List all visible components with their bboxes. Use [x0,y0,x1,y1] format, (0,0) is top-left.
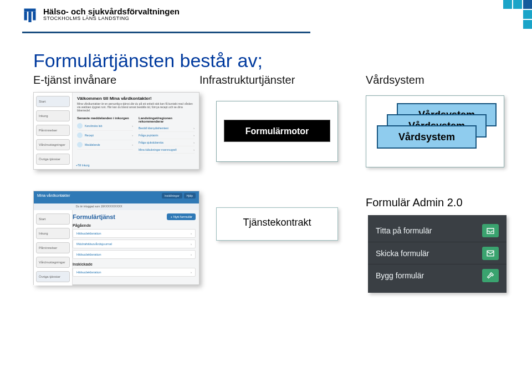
ft-help-button[interactable]: Hjälp [184,193,196,198]
chevron-right-icon: › [132,143,133,146]
tray-icon [482,224,499,237]
ft-sidebar-item[interactable]: Vårdmottagningar [36,257,70,268]
ft-topbar-logo: Mina vårdkontakter [37,194,70,197]
ft-sidebar-item[interactable]: Start [36,213,70,225]
mvk-link[interactable]: Recept› [77,131,133,140]
mvk-col2-heading: Landstinget/regionen rekommenderar [139,116,195,123]
chevron-right-icon: › [132,124,133,128]
admin-item-view[interactable]: Titta på formulär [368,220,507,242]
column-headers: E-tjänst invånare Infrastrukturtjänster … [33,74,510,86]
mvk-sidebar: Start Inkorg Påminnelser Vårdmottagninga… [34,93,73,169]
ft-login-status: Du är inloggad som 19XXXXXXXXXX [34,203,199,210]
ft-sidebar-item[interactable]: Övriga tjänster [36,271,70,282]
chevron-right-icon: › [193,134,195,137]
formularmotor-box: Formulärmotor [224,120,330,142]
formular-admin-panel: Titta på formulär Skicka formulär Bygg f… [368,215,507,293]
org-title: Hälso- och sjukvårdsförvaltningen [43,7,180,17]
ft-topbar: Mina vårdkontakter Inställningar Hjälp [34,191,199,203]
admin-item-label: Titta på formulär [376,226,432,235]
slide-title: Formulärtjänsten består av; [33,50,510,72]
svg-rect-0 [24,12,27,21]
admin-item-send[interactable]: Skicka formulär [368,242,507,264]
col-header-infra: Infrastrukturtjänster [200,74,366,86]
svg-rect-3 [28,12,31,22]
ft-sidebar-item[interactable]: Påminnelser [36,242,70,253]
mvk-col1-heading: Senaste meddelanden i inkorgen [77,116,133,120]
sll-logo-icon [22,7,38,22]
svg-rect-1 [33,12,35,21]
mvk-inbox-link[interactable]: +Till Inkorg [76,164,89,167]
ft-page-title: Formulärtjänst [73,213,115,220]
ft-new-form-button[interactable]: + Nytt formulär [167,213,196,220]
mvk-link[interactable]: Fråga psykiatrin› [139,132,195,139]
mvk-link[interactable]: Fråga sjuksköterska› [139,139,195,146]
chevron-right-icon: › [191,253,192,256]
chevron-right-icon: › [191,232,192,235]
chevron-right-icon: › [191,271,192,274]
ft-form-row[interactable]: Hälsodeklaration› [73,268,196,277]
ft-form-row[interactable]: Hälsodeklaration› [73,250,196,259]
chevron-right-icon: › [193,126,195,130]
mvk-intro: Mina vårdkontakter är en personlig e-tjä… [77,102,195,112]
mvk-heading: Välkommen till Mina vårdkontakter! [77,96,195,101]
mvk-sidebar-item[interactable]: Vårdmottagningar [36,139,70,150]
chevron-right-icon: › [132,134,133,137]
chevron-right-icon: › [193,141,195,144]
slide-header: Hälso- och sjukvårdsförvaltningen STOCKH… [0,0,532,33]
ft-sidebar-item[interactable]: Inkorg [36,228,70,239]
svg-rect-2 [24,9,36,12]
hammer-icon [482,269,499,282]
formular-admin-label: Formulär Admin 2.0 [366,196,463,209]
ft-section-ongoing: Pågående [73,223,196,227]
screenshot-formulartjanst: Mina vårdkontakter Inställningar Hjälp D… [33,191,200,285]
mvk-sidebar-item[interactable]: Övriga tjänster [36,154,70,165]
ft-sidebar: Start Inkorg Påminnelser Vårdmottagninga… [34,210,73,286]
mvk-link[interactable]: Karolinska lab› [77,121,133,131]
mvk-sidebar-item[interactable]: Start [36,96,70,107]
ft-form-row[interactable]: Mödrahälsovårdsjournal› [73,240,196,248]
mvk-sidebar-item[interactable]: Påminnelser [36,125,70,136]
mvk-link[interactable]: Mina tidbokningar mammografi› [139,146,195,154]
bubble-icon [77,142,83,147]
ft-settings-button[interactable]: Inställningar [162,193,182,198]
admin-item-build[interactable]: Bygg formulär [368,264,507,286]
mail-icon [482,247,499,260]
bubble-icon [77,123,83,129]
col-header-etjanst: E-tjänst invånare [33,74,200,86]
screenshot-mvk: Start Inkorg Påminnelser Vårdmottagninga… [33,92,200,170]
ft-form-row[interactable]: Hälsodeklaration› [73,229,196,238]
ft-section-submitted: Inskickade [73,262,196,266]
chevron-right-icon: › [191,242,192,246]
chevron-right-icon: › [193,148,195,151]
admin-item-label: Bygg formulär [376,271,424,280]
org-subtitle: STOCKHOLMS LÄNS LANDSTING [43,16,180,22]
col-header-vardsys: Vårdsystem [366,74,488,86]
vardsystem-card: Vårdsystem [377,125,477,149]
mvk-sidebar-item[interactable]: Inkorg [36,110,70,121]
admin-item-label: Skicka formulär [376,249,429,258]
bubble-icon [77,133,83,138]
mvk-link[interactable]: Meddelande› [77,140,133,150]
corner-decoration [503,0,532,29]
mvk-link[interactable]: Beställ klamydiahemtest› [139,125,195,132]
org-logo: Hälso- och sjukvårdsförvaltningen STOCKH… [22,7,532,22]
vardsystem-stack: Vårdsystem Vårdsystem Vårdsystem [377,103,493,159]
tjanstekontrakt-box: Tjänstekontrakt [216,207,338,241]
